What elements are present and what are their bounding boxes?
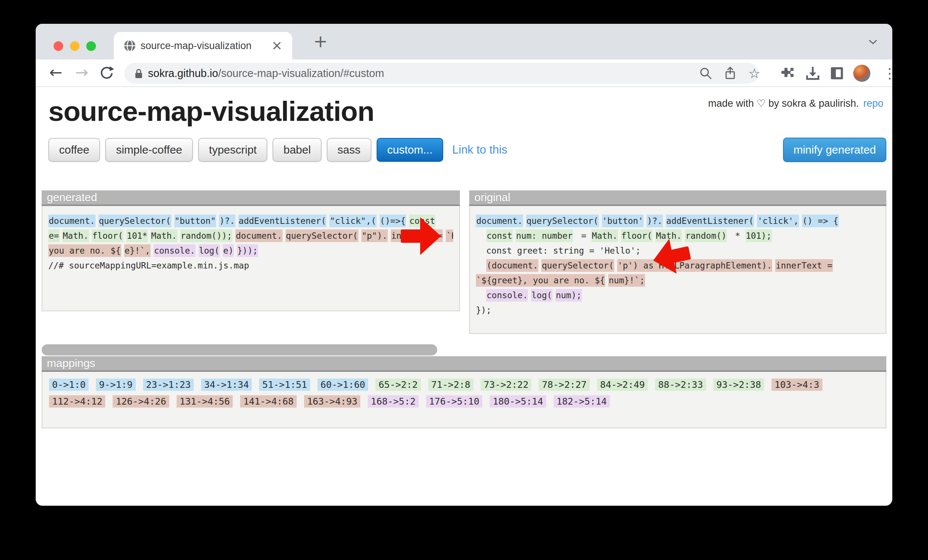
code-segment[interactable]: querySelector(: [526, 215, 599, 227]
repo-link[interactable]: repo: [863, 98, 884, 109]
mapping-entry[interactable]: 65->2:2: [375, 378, 420, 391]
example-button-babel[interactable]: babel: [273, 138, 321, 162]
mapping-entry[interactable]: 103->4:3: [771, 378, 822, 391]
lock-icon[interactable]: [134, 69, 143, 79]
code-segment[interactable]: "button": [174, 215, 217, 227]
code-segment[interactable]: querySelector(: [99, 215, 171, 227]
extensions-puzzle-icon[interactable]: [781, 66, 797, 81]
code-segment[interactable]: "click",(: [330, 215, 377, 227]
code-segment[interactable]: e): [223, 244, 234, 257]
mapping-entry[interactable]: 73->2:22: [481, 378, 531, 391]
code-segment[interactable]: log(: [531, 289, 552, 302]
code-segment[interactable]: 'p') as HTMLParagraphElement).: [617, 259, 772, 272]
mapping-entry[interactable]: 176->5:10: [426, 395, 482, 407]
code-segment[interactable]: addEventListener(: [666, 215, 754, 227]
mapping-entry[interactable]: 168->5:2: [368, 395, 418, 407]
link-to-this[interactable]: Link to this: [452, 143, 507, 157]
forward-icon[interactable]: →: [72, 60, 92, 86]
code-segment[interactable]: you are no. ${: [48, 244, 121, 257]
code-segment[interactable]: console.: [486, 289, 528, 302]
tab-search-chevron-icon[interactable]: [868, 40, 878, 44]
zoom-window-button[interactable]: [86, 41, 96, 51]
mapping-entry[interactable]: 180->5:14: [490, 395, 546, 407]
code-segment[interactable]: `Hello,: [446, 229, 453, 242]
mapping-entry[interactable]: 182->5:14: [554, 395, 610, 407]
code-segment[interactable]: }));: [237, 244, 258, 257]
mapping-entry[interactable]: 141->4:68: [240, 395, 296, 407]
minimize-window-button[interactable]: [70, 41, 79, 51]
browser-menu-icon[interactable]: ⋮: [883, 65, 892, 82]
horizontal-scrollbar-thumb[interactable]: [42, 344, 437, 356]
code-segment[interactable]: Math.: [63, 229, 89, 242]
code-segment[interactable]: num);: [556, 289, 582, 302]
code-segment[interactable]: e}!`,: [124, 244, 151, 257]
code-segment[interactable]: num: number: [516, 229, 573, 242]
code-segment[interactable]: 'click',: [757, 215, 799, 227]
reload-icon[interactable]: [99, 66, 114, 81]
example-button-simple-coffee[interactable]: simple-coffee: [105, 138, 193, 162]
side-panel-icon[interactable]: [829, 66, 845, 81]
close-window-button[interactable]: [53, 41, 63, 51]
browser-tab[interactable]: source-map-visualization ×: [114, 32, 292, 60]
code-segment[interactable]: Math.: [592, 229, 618, 242]
mapping-entry[interactable]: 34->1:34: [201, 378, 252, 391]
bookmark-star-icon[interactable]: ☆: [747, 67, 762, 81]
code-segment[interactable]: floor(: [92, 229, 124, 242]
mapping-entry[interactable]: 9->1:9: [96, 378, 135, 391]
code-segment[interactable]: 'button': [602, 215, 644, 227]
mapping-entry[interactable]: 131->4:56: [177, 395, 233, 407]
code-segment[interactable]: e=: [48, 229, 60, 242]
mapping-entry[interactable]: 93->2:38: [713, 378, 764, 391]
mapping-entry[interactable]: 71->2:8: [428, 378, 473, 391]
new-tab-button[interactable]: +: [309, 30, 332, 53]
code-segment[interactable]: 101*: [127, 229, 148, 242]
code-segment[interactable]: innerText =: [775, 259, 832, 272]
mapping-entry[interactable]: 84->2:49: [597, 378, 648, 391]
code-segment[interactable]: querySelector(: [285, 229, 359, 242]
code-segment[interactable]: document.: [476, 215, 523, 227]
minify-generated-button[interactable]: minify generated: [783, 137, 886, 162]
code-segment[interactable]: const: [486, 229, 513, 242]
code-segment[interactable]: floor(: [621, 229, 652, 242]
url-bar[interactable]: sokra.github.io/source-map-visualization…: [124, 63, 759, 84]
code-segment[interactable]: (document.: [486, 259, 538, 272]
code-segment[interactable]: () => {: [802, 215, 839, 227]
code-segment[interactable]: document.: [48, 215, 96, 227]
mapping-entry[interactable]: 88->2:33: [655, 378, 706, 391]
code-text: *: [730, 229, 745, 242]
example-button-sass[interactable]: sass: [327, 138, 371, 162]
mapping-entry[interactable]: 0->1:0: [49, 378, 89, 391]
mapping-entry[interactable]: 23->1:23: [143, 378, 194, 391]
tab-close-icon[interactable]: ×: [272, 32, 282, 59]
code-segment[interactable]: random(): [685, 229, 727, 242]
code-segment[interactable]: querySelector(: [541, 259, 614, 272]
mapping-entry[interactable]: 78->2:27: [539, 378, 589, 391]
code-segment[interactable]: )?.: [647, 215, 663, 227]
code-segment[interactable]: "p").: [362, 229, 388, 242]
code-segment[interactable]: log(: [198, 244, 220, 257]
back-icon[interactable]: ←: [46, 60, 66, 86]
code-segment[interactable]: document.: [235, 229, 282, 242]
code-segment[interactable]: addEventListener(: [238, 215, 327, 227]
url-domain: sokra.github.io: [148, 67, 218, 79]
code-segment[interactable]: num}!`;: [608, 274, 645, 287]
mapping-entry[interactable]: 112->4:12: [49, 395, 105, 407]
mapping-entry[interactable]: 60->1:60: [317, 378, 368, 391]
example-button-custom[interactable]: custom...: [377, 138, 444, 162]
code-segment[interactable]: `${greet}, you are no. ${: [476, 274, 605, 287]
code-segment[interactable]: random());: [180, 229, 232, 242]
example-button-typescript[interactable]: typescript: [198, 138, 267, 162]
mapping-entry[interactable]: 163->4:93: [304, 395, 360, 407]
share-icon[interactable]: [723, 67, 737, 81]
example-button-coffee[interactable]: coffee: [48, 138, 100, 162]
code-segment[interactable]: )?.: [219, 215, 235, 227]
credit-text: made with ♡ by sokra & paulirish.: [708, 98, 859, 109]
code-segment[interactable]: Math.: [151, 229, 177, 242]
search-icon[interactable]: [699, 67, 713, 81]
mapping-entry[interactable]: 51->1:51: [259, 378, 310, 391]
mapping-entry[interactable]: 126->4:26: [113, 395, 169, 407]
profile-avatar[interactable]: [853, 65, 870, 82]
download-icon[interactable]: [805, 66, 821, 81]
code-segment[interactable]: 101);: [745, 229, 772, 242]
code-segment[interactable]: console.: [154, 244, 195, 257]
